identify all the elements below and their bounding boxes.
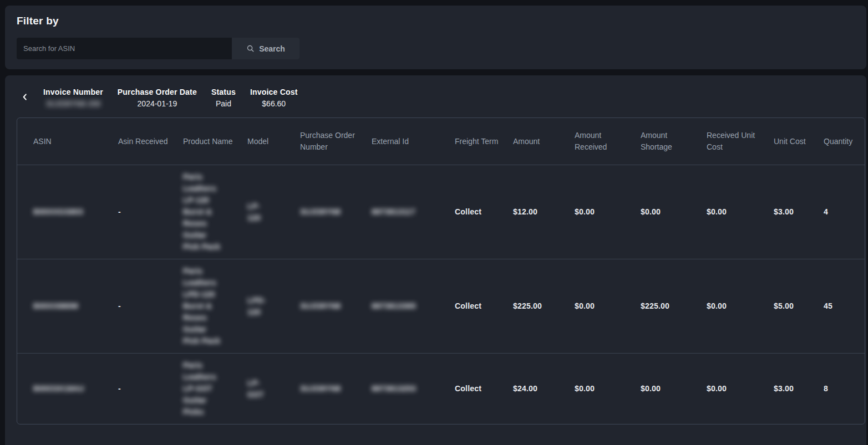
amount-value: $225.00 [513, 300, 542, 312]
cell-unit-cost: $3.00 [774, 383, 824, 395]
column-header-received-unit-cost: Received Unit Cost [707, 130, 774, 153]
cell-amount-shortage: $225.00 [641, 300, 707, 312]
cell-external-id: 8873813365 [372, 300, 455, 312]
search-button[interactable]: Search [232, 38, 300, 59]
purchase-order-date-value: 2024-01-19 [118, 98, 197, 109]
back-button[interactable] [21, 93, 29, 103]
cell-asin: B00XX880M [33, 300, 118, 312]
cell-amount: $225.00 [513, 300, 575, 312]
filter-panel: Filter by Search [5, 6, 866, 69]
cell-asin-received: - [118, 300, 183, 312]
invoice-field-purchase-order-date: Purchase Order Date 2024-01-19 [118, 86, 197, 109]
amount-shortage-value: $225.00 [641, 300, 669, 312]
cell-amount-received: $0.00 [575, 206, 641, 218]
search-row: Search [17, 38, 866, 59]
asin-value: B00XX880M [33, 300, 78, 312]
cell-asin: B00O3X18AU [33, 383, 118, 395]
cell-quantity: 45 [824, 300, 865, 312]
cell-asin-received: - [118, 383, 183, 395]
cell-amount-shortage: $0.00 [641, 206, 707, 218]
column-header-model: Model [247, 136, 300, 147]
table-row: B00O3X18AU - Paris Leathers LP-GST Guita… [17, 353, 865, 424]
purchase-order-number-value: 3UJO8YN8 [300, 383, 341, 395]
cell-amount-received: $0.00 [575, 300, 641, 312]
invoice-cost-value: $66.60 [250, 98, 298, 109]
search-icon [246, 44, 255, 53]
product-name-value: Paris Leathers LP-120 Burst & Roses Guit… [183, 171, 223, 253]
external-id-value: 8873813253 [372, 383, 416, 395]
unit-cost-value: $3.00 [774, 206, 794, 218]
search-button-label: Search [259, 44, 285, 53]
status-value: Paid [211, 98, 236, 109]
cell-freight-term: Collect [455, 300, 513, 312]
cell-model: LPD-120 [247, 295, 300, 318]
external-id-value: 8873813117 [372, 206, 415, 218]
cell-quantity: 8 [824, 383, 865, 395]
received-unit-cost-value: $0.00 [707, 383, 727, 395]
cell-purchase-order-number: 3UJO8YN8 [300, 383, 372, 395]
column-header-amount: Amount [513, 136, 575, 147]
cell-product-name: Paris Leathers LP-GST Guitar Picks [183, 360, 247, 418]
invoice-items-table: ASIN Asin Received Product Name Model Pu… [17, 117, 865, 424]
column-header-purchase-order-number: Purchase Order Number [300, 130, 372, 153]
freight-term-value: Collect [455, 383, 481, 395]
cell-external-id: 8873813117 [372, 206, 455, 218]
asin-value: B00O3X18AU [33, 383, 84, 395]
received-unit-cost-value: $0.00 [707, 300, 727, 312]
cell-purchase-order-number: 3UJO8YN8 [300, 206, 372, 218]
cell-asin: B00XXGS803 [33, 206, 118, 218]
cell-product-name: Paris Leathers LPD-120 Burst & Roses Gui… [183, 265, 247, 347]
amount-received-value: $0.00 [575, 206, 595, 218]
cell-received-unit-cost: $0.00 [707, 383, 774, 395]
amount-shortage-value: $0.00 [641, 383, 661, 395]
column-header-amount-shortage: Amount Shortage [641, 130, 707, 153]
purchase-order-date-label: Purchase Order Date [118, 86, 197, 98]
model-value: LP-120 [247, 201, 271, 224]
column-header-external-id: External Id [372, 136, 455, 147]
invoice-number-value: 3UJO8YN8-J08 [43, 98, 103, 109]
cell-amount-shortage: $0.00 [641, 383, 707, 395]
cell-model: LP-120 [247, 201, 300, 224]
quantity-value: 4 [824, 206, 828, 218]
invoice-cost-label: Invoice Cost [250, 86, 298, 98]
external-id-value: 8873813365 [372, 300, 416, 312]
asin-received-value: - [118, 383, 121, 395]
purchase-order-number-value: 3UJO8YN8 [300, 300, 341, 312]
table-header-row: ASIN Asin Received Product Name Model Pu… [17, 118, 865, 165]
cell-amount: $24.00 [513, 383, 575, 395]
unit-cost-value: $3.00 [774, 383, 794, 395]
column-header-quantity: Quantity [824, 136, 865, 147]
amount-shortage-value: $0.00 [641, 206, 661, 218]
unit-cost-value: $5.00 [774, 300, 794, 312]
table-row: B00XXGS803 - Paris Leathers LP-120 Burst… [17, 165, 865, 259]
cell-unit-cost: $3.00 [774, 206, 824, 218]
column-header-freight-term: Freight Term [455, 136, 513, 147]
cell-unit-cost: $5.00 [774, 300, 824, 312]
invoice-panel: Invoice Number 3UJO8YN8-J08 Purchase Ord… [5, 75, 866, 445]
model-value: LP-GST [247, 377, 271, 401]
asin-value: B00XXGS803 [33, 206, 83, 218]
product-name-value: Paris Leathers LP-GST Guitar Picks [183, 360, 223, 418]
invoice-field-invoice-number: Invoice Number 3UJO8YN8-J08 [43, 86, 103, 109]
cell-received-unit-cost: $0.00 [707, 206, 774, 218]
invoice-field-status: Status Paid [211, 86, 236, 109]
amount-value: $24.00 [513, 383, 537, 395]
search-input[interactable] [17, 38, 232, 59]
chevron-left-icon [21, 93, 29, 103]
quantity-value: 8 [824, 383, 828, 395]
cell-external-id: 8873813253 [372, 383, 455, 395]
invoice-field-invoice-cost: Invoice Cost $66.60 [250, 86, 298, 109]
cell-amount: $12.00 [513, 206, 575, 218]
filter-title: Filter by [5, 6, 866, 27]
purchase-order-number-value: 3UJO8YN8 [300, 206, 341, 218]
cell-purchase-order-number: 3UJO8YN8 [300, 300, 372, 312]
cell-asin-received: - [118, 206, 183, 218]
cell-quantity: 4 [824, 206, 865, 218]
asin-received-value: - [118, 300, 121, 312]
cell-product-name: Paris Leathers LP-120 Burst & Roses Guit… [183, 171, 247, 253]
product-name-value: Paris Leathers LPD-120 Burst & Roses Gui… [183, 265, 223, 347]
freight-term-value: Collect [455, 300, 481, 312]
cell-model: LP-GST [247, 377, 300, 401]
cell-freight-term: Collect [455, 206, 513, 218]
asin-received-value: - [118, 206, 121, 218]
